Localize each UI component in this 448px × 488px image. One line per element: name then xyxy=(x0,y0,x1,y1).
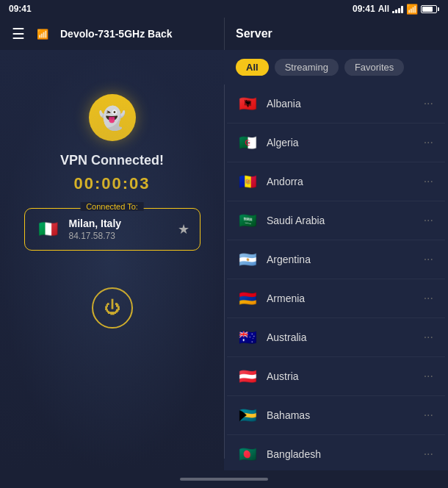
right-time: 09:41 xyxy=(353,4,375,14)
country-name: Armenia xyxy=(267,293,413,304)
country-name: Andorra xyxy=(267,176,413,187)
country-name: Argentina xyxy=(267,254,413,265)
country-name: Albania xyxy=(267,98,413,110)
vpn-logo: 👻 xyxy=(89,94,136,141)
tab-favorites[interactable]: Favorites xyxy=(344,59,404,76)
list-item[interactable]: 🇦🇩Andorra··· xyxy=(227,162,445,201)
more-button[interactable]: ··· xyxy=(421,368,436,384)
power-icon: ⏻ xyxy=(104,298,120,317)
connected-city: Milan, Italy xyxy=(69,218,170,229)
home-indicator xyxy=(180,478,268,481)
country-flag: 🇦🇩 xyxy=(236,170,259,193)
country-flag: 🇧🇸 xyxy=(236,403,259,427)
tab-all[interactable]: All xyxy=(236,59,269,76)
list-item[interactable]: 🇧🇸Bahamas··· xyxy=(227,396,445,435)
left-header: ☰ 📶 Devolo-731-5GHz Back xyxy=(0,18,224,50)
more-button[interactable]: ··· xyxy=(421,251,436,268)
list-item[interactable]: 🇦🇷Argentina··· xyxy=(227,240,445,279)
more-button[interactable]: ··· xyxy=(421,407,436,423)
vpn-status-text: VPN Connected! xyxy=(60,153,164,168)
battery-icon xyxy=(421,5,439,13)
network-name: Devolo-731-5GHz Back xyxy=(60,28,173,40)
country-flag: 🇦🇺 xyxy=(236,326,259,349)
more-button[interactable]: ··· xyxy=(421,290,436,306)
country-name: Australia xyxy=(267,331,413,343)
more-button[interactable]: ··· xyxy=(421,173,436,190)
country-name: Austria xyxy=(267,370,413,382)
left-status-bar: 09:41 xyxy=(0,0,224,18)
more-button[interactable]: ··· xyxy=(421,96,436,112)
list-item[interactable]: 🇩🇿Algeria··· xyxy=(227,123,445,162)
server-title: Server xyxy=(236,27,272,40)
list-item[interactable]: 🇸🇦Saudi Arabia··· xyxy=(227,201,445,240)
country-flag: 🇦🇹 xyxy=(236,365,259,388)
more-button[interactable]: ··· xyxy=(421,446,436,462)
connected-flag: 🇮🇹 xyxy=(35,216,62,243)
country-flag: 🇦🇷 xyxy=(236,248,259,271)
country-flag: 🇸🇦 xyxy=(236,209,259,232)
right-header: Server xyxy=(224,18,448,50)
country-list: 🇦🇱Albania···🇩🇿Algeria···🇦🇩Andorra···🇸🇦Sa… xyxy=(224,85,448,470)
connected-server-box: Connected To: 🇮🇹 Milan, Italy 84.17.58.7… xyxy=(24,208,200,251)
more-button[interactable]: ··· xyxy=(421,329,436,345)
list-item[interactable]: 🇦🇱Albania··· xyxy=(227,85,445,123)
left-panel: 👻 VPN Connected! 00:00:03 Connected To: … xyxy=(0,50,224,470)
wifi-icon: 📶 xyxy=(406,4,418,15)
list-item[interactable]: 🇦🇲Armenia··· xyxy=(227,279,445,318)
left-time: 09:41 xyxy=(9,4,32,14)
bottom-bar xyxy=(0,470,448,488)
country-name: Saudi Arabia xyxy=(267,215,413,226)
connected-info: Milan, Italy 84.17.58.73 xyxy=(69,218,170,241)
list-item[interactable]: 🇧🇩Bangladesh··· xyxy=(227,435,445,470)
list-item[interactable]: 🇦🇺Australia··· xyxy=(227,318,445,357)
more-button[interactable]: ··· xyxy=(421,212,436,229)
favorite-button[interactable]: ★ xyxy=(178,221,189,237)
right-panel[interactable]: All Streaming Favorites 🇦🇱Albania···🇩🇿Al… xyxy=(224,50,448,470)
power-button[interactable]: ⏻ xyxy=(92,287,133,329)
vpn-timer: 00:00:03 xyxy=(73,174,150,193)
filter-tabs: All Streaming Favorites xyxy=(224,50,448,85)
right-status-bar: 09:41 All 📶 xyxy=(224,0,448,18)
tab-streaming[interactable]: Streaming xyxy=(275,59,339,76)
country-flag: 🇦🇲 xyxy=(236,287,259,310)
menu-icon[interactable]: ☰ xyxy=(12,25,25,43)
signal-icon xyxy=(392,4,403,13)
country-name: Bangladesh xyxy=(267,448,413,460)
country-name: Algeria xyxy=(267,137,413,148)
more-button[interactable]: ··· xyxy=(421,134,436,151)
wifi-network-icon: 📶 xyxy=(37,29,48,40)
country-name: Bahamas xyxy=(267,409,413,421)
connected-label: Connected To: xyxy=(80,202,144,211)
vpn-ghost-icon: 👻 xyxy=(98,105,126,131)
right-all-label: All xyxy=(378,4,389,14)
country-flag: 🇧🇩 xyxy=(236,442,259,466)
list-item[interactable]: 🇦🇹Austria··· xyxy=(227,357,445,396)
country-flag: 🇩🇿 xyxy=(236,131,259,154)
connected-ip: 84.17.58.73 xyxy=(69,231,170,241)
country-flag: 🇦🇱 xyxy=(236,92,259,115)
